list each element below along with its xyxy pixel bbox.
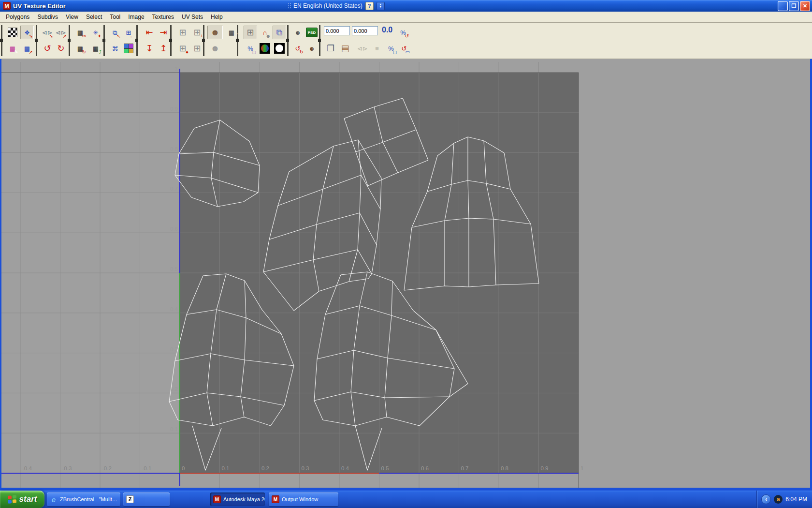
title-bar[interactable]: M UV Texture Editor EN English (United S… <box>0 0 812 12</box>
orient-shells-icon: ▦ <box>93 45 99 52</box>
panel-dot-button[interactable]: ⊞● <box>176 42 189 55</box>
menu-textures[interactable]: Textures <box>148 12 178 22</box>
move-uv-shell-tool-button[interactable]: ▦➚ <box>20 42 34 55</box>
sew-uvs-button[interactable]: ✳✦ <box>89 26 102 39</box>
display-image-button[interactable]: ☻ <box>207 26 223 39</box>
refresh-image-button[interactable]: ↺↻ <box>291 42 304 55</box>
zbrush-icon: Ƶ <box>126 495 134 503</box>
color-grid-icon <box>124 44 133 53</box>
uv-lattice-tool-button[interactable]: ▦✎ <box>6 42 19 55</box>
menu-help[interactable]: Help <box>207 12 227 22</box>
axis-tick-label: 0.4 <box>170 306 178 312</box>
start-button[interactable]: start <box>0 491 44 508</box>
paste-uvs-button[interactable]: ▤ <box>338 42 352 55</box>
maya-icon: M <box>272 495 279 503</box>
u-coordinate-input[interactable] <box>324 26 350 35</box>
rotate-region-icon: ▭ <box>406 50 410 55</box>
snap-v-min-button[interactable]: ↧ <box>143 42 156 55</box>
relationship-editor-button[interactable]: ⌘ <box>108 42 122 55</box>
chevron-down-icon: ▼ <box>379 6 382 8</box>
menu-uv-sets[interactable]: UV Sets <box>178 12 207 22</box>
copy-uvs-button[interactable]: ❐ <box>324 42 337 55</box>
language-options-button[interactable]: ▲▼ <box>377 2 385 10</box>
add-panel-button[interactable]: ⊞+ <box>190 26 204 39</box>
orient-shells-icon: ⤴ <box>99 50 102 55</box>
shade-uvs-button[interactable]: ⧉ <box>273 26 286 39</box>
restore-button[interactable]: ❐ <box>789 1 799 11</box>
checker-icon <box>8 28 17 37</box>
face-image-button[interactable]: ☻ <box>305 42 319 55</box>
orient-shells-button[interactable]: ▦⤴ <box>89 42 102 55</box>
percent-box-button[interactable]: %◻ <box>384 42 398 55</box>
update-psd-button[interactable]: PSD <box>305 26 319 39</box>
uv-grid-canvas: -0.4-0.3-0.2-0.100.10.20.30.40.50.60.70.… <box>1 59 810 488</box>
four-panel-button[interactable]: ⊞ <box>176 26 189 39</box>
pixel-snap-button[interactable]: ∩☻ <box>258 26 272 39</box>
taskbar-task-autodesk-maya-2008[interactable]: MAutodesk Maya 2008 … <box>210 493 265 506</box>
rotate-uvs-cw-button[interactable]: ↻ <box>54 42 68 55</box>
menu-tool[interactable]: Tool <box>106 12 124 22</box>
toolbar: 0.0 ❖➘⊲⊳➘⊲⊳➚▦✂✳✦⧉↖⊞←⇤⇥⊞⊞+☻▦╱⊞∩☻⧉☻╱PSD%↺▦… <box>0 23 812 59</box>
menu-image[interactable]: Image <box>124 12 148 22</box>
cut-uvs-icon: ✂ <box>82 34 86 39</box>
remove-panel-button[interactable]: ⊞− <box>190 42 204 55</box>
image-ratio-button[interactable]: ☻╱ <box>291 26 304 39</box>
show-hidden-icons-button[interactable]: ‹ <box>761 494 771 504</box>
tray-app-icon[interactable]: a <box>774 495 783 504</box>
alpha-channel-button[interactable] <box>273 42 286 55</box>
stack-layout-button[interactable]: ≡ <box>370 42 384 55</box>
maya-icon: M <box>213 495 221 503</box>
toolbar-separator <box>136 25 138 56</box>
texture-grid-button[interactable] <box>122 42 135 55</box>
taskbar-task-zbrush[interactable]: Ƶ <box>123 493 170 506</box>
rotate-region-button[interactable]: ↺▭ <box>397 42 411 55</box>
dim-image-icon: ╱ <box>234 34 237 39</box>
flip-u-button[interactable]: ⊲⊳➘ <box>41 26 54 39</box>
taskbar: start eZBrushCentral - "Mulit…ƵMAutodesk… <box>0 491 812 508</box>
add-panel-icon: + <box>200 34 203 39</box>
axis-tick-label: -0.1 <box>142 465 152 471</box>
cut-uvs-button[interactable]: ▦✂ <box>73 26 87 39</box>
align-u-max-button[interactable]: ⇥ <box>157 26 170 39</box>
rotate-uvs-ccw-button[interactable]: ↺ <box>41 42 54 55</box>
align-u-max-icon: ⇥ <box>160 28 167 37</box>
language-bar[interactable]: EN English (United States) ? ▲▼ <box>288 1 385 11</box>
face-image-icon: ☻ <box>308 45 315 52</box>
close-button[interactable]: ✕ <box>800 1 810 11</box>
menu-select[interactable]: Select <box>82 12 106 22</box>
unfold-uvs-button[interactable]: ⊞← <box>122 26 135 39</box>
rotate-value-button[interactable]: %↺ <box>396 26 410 39</box>
minimize-button[interactable]: _ <box>778 1 788 11</box>
taskbar-task-zbrushcentral-mulit[interactable]: eZBrushCentral - "Mulit… <box>47 493 120 506</box>
silhouette-button[interactable]: ☻ <box>207 42 223 55</box>
percent-snap-button[interactable]: %◻ <box>244 42 257 55</box>
layout-uvs-icon: ↖ <box>117 34 121 39</box>
dim-image-button[interactable]: ▦╱ <box>225 26 238 39</box>
flip-v-button[interactable]: ⊲⊳➚ <box>54 26 68 39</box>
menu-polygons[interactable]: Polygons <box>2 12 33 22</box>
menu-subdivs[interactable]: Subdivs <box>33 12 62 22</box>
language-indicator[interactable]: EN English (United States) <box>293 2 362 9</box>
language-help-button[interactable]: ? <box>365 2 374 10</box>
move-uv-tool-button[interactable]: ❖➘ <box>20 26 34 39</box>
align-u-min-button[interactable]: ⇤ <box>143 26 156 39</box>
toolbar-separator <box>69 25 70 56</box>
snap-v-max-button[interactable]: ↥ <box>157 42 170 55</box>
snap-v-max-icon: ↥ <box>160 44 167 53</box>
uv-editor-viewport[interactable]: -0.4-0.3-0.2-0.100.10.20.30.40.50.60.70.… <box>0 59 812 491</box>
rgb-channels-button[interactable] <box>258 42 272 55</box>
stack-layout-icon: ≡ <box>375 45 379 52</box>
percent-box-icon: ◻ <box>393 50 397 55</box>
language-bar-grip[interactable] <box>288 2 290 9</box>
v-coordinate-input[interactable] <box>352 26 378 35</box>
grid-toggle-button[interactable]: ⊞ <box>244 26 257 39</box>
cycle-uvs-button[interactable]: ▦↻ <box>73 42 87 55</box>
layout-uvs-button[interactable]: ⧉↖ <box>108 26 122 39</box>
clock[interactable]: 6:04 PM <box>785 496 807 503</box>
axis-tick-label: 0.6 <box>421 465 429 471</box>
flip-layout-button[interactable]: ⊲⊳ <box>356 42 369 55</box>
ie-icon: e <box>50 495 58 503</box>
menu-view[interactable]: View <box>62 12 82 22</box>
taskbar-task-output-window[interactable]: MOutput Window <box>269 493 338 506</box>
uv-checker-display-button[interactable] <box>6 26 19 39</box>
